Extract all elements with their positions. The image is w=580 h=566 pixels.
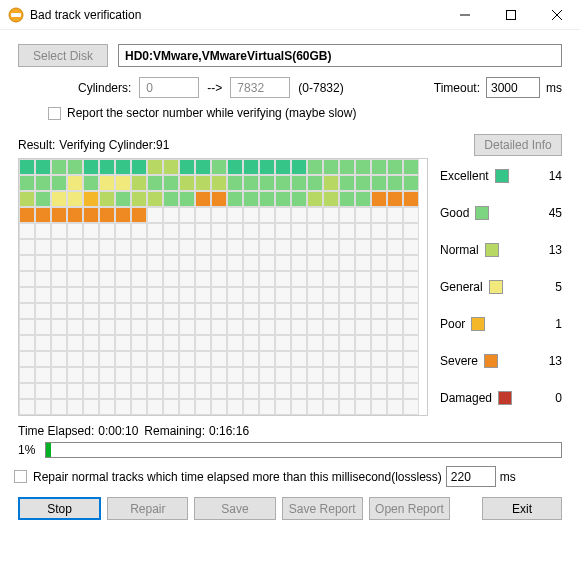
grid-cell xyxy=(195,223,211,239)
repair-checkbox[interactable] xyxy=(14,470,27,483)
repair-button[interactable]: Repair xyxy=(107,497,188,520)
grid-cell xyxy=(355,287,371,303)
grid-cell xyxy=(227,207,243,223)
grid-cell xyxy=(403,175,419,191)
grid-cell xyxy=(323,239,339,255)
grid-cell xyxy=(323,383,339,399)
grid-cell xyxy=(195,303,211,319)
grid-cell xyxy=(371,351,387,367)
grid-cell xyxy=(163,399,179,415)
grid-cell xyxy=(83,383,99,399)
grid-cell xyxy=(83,319,99,335)
stop-button[interactable]: Stop xyxy=(18,497,101,520)
cylinder-from-field[interactable]: 0 xyxy=(139,77,199,98)
grid-cell xyxy=(35,303,51,319)
grid-cell xyxy=(163,207,179,223)
grid-cell xyxy=(147,271,163,287)
grid-cell xyxy=(307,175,323,191)
grid-cell xyxy=(275,159,291,175)
minimize-button[interactable] xyxy=(442,0,488,30)
grid-cell xyxy=(371,367,387,383)
grid-cell xyxy=(147,287,163,303)
report-sector-checkbox[interactable] xyxy=(48,107,61,120)
grid-cell xyxy=(115,175,131,191)
grid-cell xyxy=(243,239,259,255)
grid-cell xyxy=(35,383,51,399)
grid-cell xyxy=(67,383,83,399)
grid-cell xyxy=(147,383,163,399)
maximize-button[interactable] xyxy=(488,0,534,30)
grid-cell xyxy=(291,367,307,383)
grid-cell xyxy=(147,207,163,223)
grid-cell xyxy=(243,191,259,207)
selected-disk-field: HD0:VMware,VMwareVirtualS(60GB) xyxy=(118,44,562,67)
grid-cell xyxy=(291,319,307,335)
grid-cell xyxy=(243,399,259,415)
grid-cell xyxy=(275,255,291,271)
grid-cell xyxy=(99,383,115,399)
grid-cell xyxy=(67,351,83,367)
detailed-info-button[interactable]: Detailed Info xyxy=(474,134,562,156)
grid-cell xyxy=(259,239,275,255)
grid-cell xyxy=(83,271,99,287)
grid-cell xyxy=(323,399,339,415)
grid-cell xyxy=(371,399,387,415)
grid-cell xyxy=(355,303,371,319)
exit-button[interactable]: Exit xyxy=(482,497,562,520)
grid-cell xyxy=(83,287,99,303)
grid-cell xyxy=(83,239,99,255)
swatch-severe xyxy=(484,354,498,368)
grid-cell xyxy=(131,191,147,207)
grid-cell xyxy=(51,175,67,191)
grid-cell xyxy=(387,367,403,383)
grid-cell xyxy=(19,191,35,207)
grid-cell xyxy=(355,271,371,287)
open-report-button[interactable]: Open Report xyxy=(369,497,450,520)
grid-cell xyxy=(259,223,275,239)
grid-cell xyxy=(19,255,35,271)
grid-cell xyxy=(227,367,243,383)
grid-cell xyxy=(243,335,259,351)
grid-cell xyxy=(115,191,131,207)
save-button[interactable]: Save xyxy=(194,497,275,520)
grid-cell xyxy=(355,159,371,175)
grid-cell xyxy=(179,335,195,351)
grid-cell xyxy=(67,399,83,415)
close-button[interactable] xyxy=(534,0,580,30)
save-report-button[interactable]: Save Report xyxy=(282,497,363,520)
grid-cell xyxy=(291,159,307,175)
grid-cell xyxy=(211,159,227,175)
grid-cell xyxy=(51,319,67,335)
swatch-excellent xyxy=(495,169,509,183)
grid-cell xyxy=(323,303,339,319)
grid-cell xyxy=(179,383,195,399)
grid-cell xyxy=(131,351,147,367)
grid-cell xyxy=(179,255,195,271)
cylinder-to-field[interactable]: 7832 xyxy=(230,77,290,98)
grid-cell xyxy=(307,191,323,207)
timeout-input[interactable] xyxy=(486,77,540,98)
grid-cell xyxy=(403,191,419,207)
grid-cell xyxy=(147,367,163,383)
grid-cell xyxy=(259,175,275,191)
grid-cell xyxy=(147,159,163,175)
repair-ms-input[interactable] xyxy=(446,466,496,487)
grid-cell xyxy=(83,223,99,239)
grid-cell xyxy=(355,335,371,351)
grid-cell xyxy=(115,303,131,319)
grid-cell xyxy=(243,383,259,399)
grid-cell xyxy=(259,159,275,175)
grid-cell xyxy=(291,175,307,191)
grid-cell xyxy=(211,271,227,287)
grid-cell xyxy=(83,255,99,271)
grid-cell xyxy=(275,191,291,207)
swatch-good xyxy=(475,206,489,220)
select-disk-button[interactable]: Select Disk xyxy=(18,44,108,67)
grid-cell xyxy=(19,175,35,191)
grid-cell xyxy=(227,271,243,287)
grid-cell xyxy=(115,223,131,239)
grid-cell xyxy=(275,399,291,415)
grid-cell xyxy=(307,399,323,415)
grid-cell xyxy=(307,223,323,239)
grid-cell xyxy=(51,303,67,319)
